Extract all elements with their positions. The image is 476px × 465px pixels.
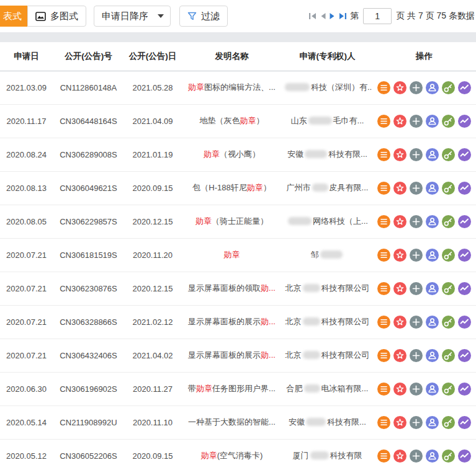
favorite-button[interactable] [393,316,406,329]
legal-status-button[interactable] [442,450,455,463]
table-view-button[interactable]: 表式 [0,6,27,27]
cell-publication-date: 2021.04.02 [124,339,181,372]
add-button[interactable] [410,115,423,128]
analytics-button[interactable] [458,215,471,228]
applicant-button[interactable] [426,215,439,228]
favorite-button[interactable] [393,450,406,463]
add-button[interactable] [410,416,423,429]
applicant-button[interactable] [426,316,439,329]
cell-invention-title: 勋章（视小鹰） [181,138,282,171]
legal-status-button[interactable] [442,115,455,128]
analytics-button[interactable] [458,249,471,262]
applicant-button[interactable] [426,81,439,94]
action-buttons [374,215,475,228]
cell-application-date: 2020.07.21 [0,305,53,339]
favorite-button[interactable] [393,383,406,396]
legal-status-button[interactable] [442,316,455,329]
add-button[interactable] [410,282,423,295]
add-button[interactable] [410,215,423,228]
analytics-button[interactable] [458,349,471,362]
user-icon [426,450,439,463]
first-page-button[interactable] [307,12,318,20]
redacted-text [303,317,320,326]
key-icon [442,182,455,195]
cell-publication-date: 2021.01.19 [124,138,181,171]
detail-button[interactable] [377,316,390,329]
analytics-button[interactable] [458,282,471,295]
cell-application-date: 2020.05.14 [0,405,53,439]
applicant-button[interactable] [426,115,439,128]
detail-button[interactable] [377,81,390,94]
cell-publication-date: 2020.09.15 [124,439,181,465]
favorite-button[interactable] [393,182,406,195]
favorite-button[interactable] [393,115,406,128]
favorite-button[interactable] [393,81,406,94]
applicant-button[interactable] [426,182,439,195]
add-button[interactable] [410,182,423,195]
cell-application-date: 2020.08.13 [0,171,53,205]
favorite-button[interactable] [393,349,406,362]
filter-button[interactable]: 过滤 [179,6,228,27]
legal-status-button[interactable] [442,148,455,161]
plus-icon [410,450,423,463]
add-button[interactable] [410,450,423,463]
favorite-button[interactable] [393,148,406,161]
detail-button[interactable] [377,115,390,128]
applicant-button[interactable] [426,349,439,362]
detail-button[interactable] [377,416,390,429]
analytics-button[interactable] [458,383,471,396]
legal-status-button[interactable] [442,182,455,195]
action-buttons [374,383,475,396]
legal-status-button[interactable] [442,349,455,362]
multi-image-view-button[interactable]: 多图式 [27,6,86,27]
cell-applicant: 山东毛巾有... [282,104,372,138]
legal-status-button[interactable] [442,215,455,228]
prev-page-button[interactable] [318,12,328,20]
user-icon [426,115,439,128]
star-icon [393,349,406,362]
legal-status-button[interactable] [442,249,455,262]
detail-button[interactable] [377,215,390,228]
applicant-button[interactable] [426,383,439,396]
applicant-button[interactable] [426,282,439,295]
cell-publication-date: 2020.11.20 [124,238,181,272]
favorite-button[interactable] [393,416,406,429]
detail-button[interactable] [377,282,390,295]
add-button[interactable] [410,349,423,362]
analytics-button[interactable] [458,316,471,329]
add-button[interactable] [410,316,423,329]
page-number-input[interactable] [363,8,392,24]
applicant-button[interactable] [426,416,439,429]
detail-button[interactable] [377,383,390,396]
detail-button[interactable] [377,148,390,161]
legal-status-button[interactable] [442,282,455,295]
favorite-button[interactable] [393,249,406,262]
legal-status-button[interactable] [442,416,455,429]
last-page-button[interactable] [337,12,348,20]
analytics-button[interactable] [458,148,471,161]
analytics-button[interactable] [458,416,471,429]
legal-status-button[interactable] [442,383,455,396]
next-page-button[interactable] [328,12,337,20]
applicant-button[interactable] [426,148,439,161]
legal-status-button[interactable] [442,81,455,94]
favorite-button[interactable] [393,215,406,228]
detail-button[interactable] [377,182,390,195]
analytics-button[interactable] [458,182,471,195]
add-button[interactable] [410,249,423,262]
analytics-button[interactable] [458,81,471,94]
detail-button[interactable] [377,450,390,463]
applicant-button[interactable] [426,249,439,262]
table-row: 2020.05.12CN306052206S2020.09.15勋章(空气消毒卡… [0,439,476,465]
sort-dropdown[interactable]: 申请日降序 [94,6,171,27]
analytics-button[interactable] [458,450,471,463]
detail-button[interactable] [377,349,390,362]
favorite-button[interactable] [393,282,406,295]
applicant-button[interactable] [426,450,439,463]
add-button[interactable] [410,148,423,161]
detail-button[interactable] [377,249,390,262]
add-button[interactable] [410,81,423,94]
analytics-button[interactable] [458,115,471,128]
add-button[interactable] [410,383,423,396]
trend-icon [458,416,471,429]
